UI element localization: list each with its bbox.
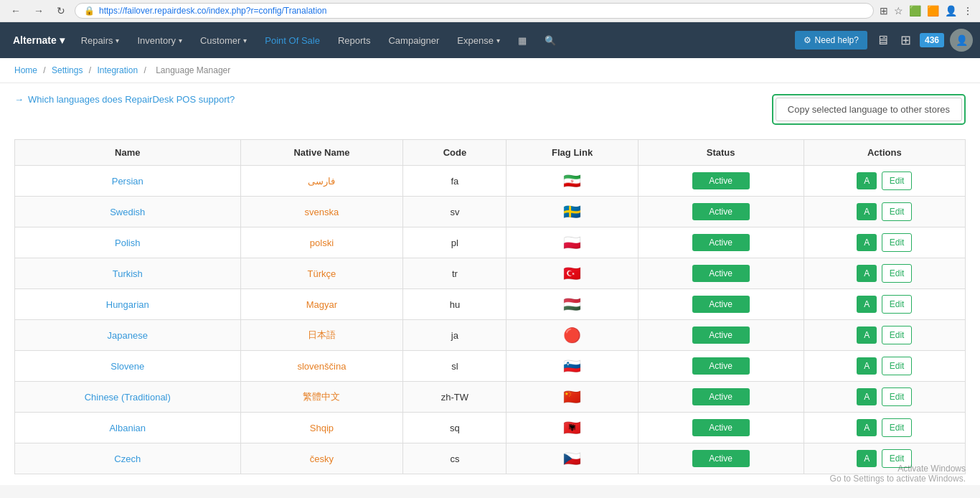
- address-bar[interactable]: 🔒 https://failover.repairdesk.co/index.p…: [75, 3, 874, 19]
- star-icon[interactable]: ☆: [894, 5, 903, 17]
- status-badge-7[interactable]: Active: [692, 388, 750, 405]
- user-avatar[interactable]: 👤: [950, 29, 973, 52]
- native-name-3: Türkçe: [308, 268, 336, 279]
- screen-share-icon[interactable]: ⊞: [880, 5, 888, 17]
- status-badge-6[interactable]: Active: [692, 357, 750, 375]
- cell-actions-5: A Edit: [804, 320, 965, 351]
- cell-name-3: Turkish: [15, 258, 241, 289]
- code-6: sl: [451, 361, 458, 372]
- ext-icon-1[interactable]: 🟩: [909, 5, 921, 17]
- edit-btn-1[interactable]: Edit: [882, 202, 913, 221]
- edit-btn-3[interactable]: Edit: [882, 264, 913, 283]
- breadcrumb-sep-2: /: [89, 65, 94, 75]
- cell-native-2: polski: [240, 227, 403, 258]
- nav-item-inventory[interactable]: Inventory ▾: [130, 22, 189, 58]
- copy-btn-wrapper: Copy selected language to other stores: [772, 94, 966, 125]
- nav-item-pos[interactable]: Point Of Sale: [258, 22, 327, 58]
- lang-name-link-6[interactable]: Slovene: [110, 361, 144, 372]
- edit-btn-2[interactable]: Edit: [882, 233, 913, 252]
- edit-btn-7[interactable]: Edit: [882, 387, 913, 406]
- status-badge-0[interactable]: Active: [692, 172, 750, 189]
- action-a-btn-5[interactable]: A: [857, 326, 877, 344]
- breadcrumb-integration[interactable]: Integration: [97, 65, 138, 75]
- edit-btn-5[interactable]: Edit: [882, 326, 913, 344]
- lang-name-link-4[interactable]: Hungarian: [106, 299, 149, 310]
- forward-button[interactable]: →: [30, 4, 47, 18]
- need-help-button[interactable]: ⚙ Need help?: [795, 31, 867, 50]
- repairs-chevron: ▾: [116, 37, 119, 44]
- action-a-btn-4[interactable]: A: [857, 296, 877, 313]
- cell-flag-1: 🇸🇪: [507, 197, 638, 227]
- nav-brand[interactable]: Alternate ▾: [7, 34, 70, 46]
- reports-label: Reports: [338, 35, 371, 46]
- nav-item-barcode[interactable]: ▦: [511, 22, 534, 58]
- edit-btn-0[interactable]: Edit: [882, 172, 913, 190]
- status-badge-4[interactable]: Active: [692, 296, 750, 313]
- action-a-btn-3[interactable]: A: [857, 265, 877, 282]
- status-badge-1[interactable]: Active: [692, 203, 750, 220]
- lang-name-link-1[interactable]: Swedish: [110, 207, 145, 217]
- code-9: cs: [450, 454, 459, 464]
- table-header: Name Native Name Code Flag Link Status A…: [15, 140, 966, 166]
- nav-item-customer[interactable]: Customer ▾: [193, 22, 254, 58]
- user-icon[interactable]: 👤: [945, 5, 957, 17]
- edit-btn-9[interactable]: Edit: [882, 449, 913, 468]
- status-badge-8[interactable]: Active: [692, 419, 750, 436]
- pos-support-link[interactable]: Which languages does RepairDesk POS supp…: [28, 94, 235, 105]
- edit-btn-8[interactable]: Edit: [882, 418, 913, 437]
- customer-chevron: ▾: [243, 37, 247, 44]
- copy-language-button[interactable]: Copy selected language to other stores: [776, 98, 962, 121]
- cell-status-8: Active: [638, 413, 804, 443]
- cell-native-6: slovenščina: [240, 351, 403, 382]
- notification-badge[interactable]: 436: [920, 33, 944, 47]
- nav-item-search[interactable]: 🔍: [537, 22, 563, 58]
- reload-button[interactable]: ↻: [53, 4, 69, 18]
- action-a-btn-6[interactable]: A: [857, 357, 877, 375]
- action-a-btn-1[interactable]: A: [857, 203, 877, 220]
- lang-name-link-8[interactable]: Albanian: [109, 423, 146, 433]
- action-a-btn-7[interactable]: A: [857, 388, 877, 405]
- browser-bar: ← → ↻ 🔒 https://failover.repairdesk.co/i…: [0, 0, 980, 22]
- edit-btn-4[interactable]: Edit: [882, 295, 913, 314]
- breadcrumb-home[interactable]: Home: [14, 65, 37, 75]
- native-name-7: 繁體中文: [303, 391, 340, 402]
- back-button[interactable]: ←: [7, 4, 24, 18]
- help-icon: ⚙: [804, 35, 811, 45]
- action-a-btn-2[interactable]: A: [857, 234, 877, 251]
- cell-flag-4: 🇭🇺: [507, 289, 638, 320]
- action-a-btn-0[interactable]: A: [857, 172, 877, 189]
- breadcrumb-settings[interactable]: Settings: [52, 65, 83, 75]
- campaigner-label: Campaigner: [388, 35, 439, 46]
- action-a-btn-9[interactable]: A: [857, 450, 877, 467]
- action-a-btn-8[interactable]: A: [857, 419, 877, 436]
- repairs-label: Repairs: [81, 35, 113, 46]
- code-8: sq: [450, 423, 460, 433]
- nav-item-expense[interactable]: Expense ▾: [450, 22, 507, 58]
- status-badge-3[interactable]: Active: [692, 265, 750, 282]
- nav-item-reports[interactable]: Reports: [331, 22, 378, 58]
- ext-icon-2[interactable]: 🟧: [927, 5, 939, 17]
- lang-name-link-3[interactable]: Turkish: [113, 268, 143, 279]
- flag-3: 🇹🇷: [563, 266, 581, 281]
- nav-item-repairs[interactable]: Repairs ▾: [74, 22, 127, 58]
- flag-4: 🇭🇺: [563, 296, 581, 312]
- lang-name-link-0[interactable]: Persian: [112, 176, 143, 187]
- url-text: https://failover.repairdesk.co/index.php…: [99, 6, 326, 16]
- cell-flag-5: 🔴: [507, 320, 638, 351]
- cell-status-5: Active: [638, 320, 804, 351]
- lang-name-link-2[interactable]: Polish: [115, 238, 140, 248]
- edit-btn-6[interactable]: Edit: [882, 357, 913, 375]
- status-badge-5[interactable]: Active: [692, 326, 750, 344]
- lang-name-link-9[interactable]: Czech: [114, 454, 141, 464]
- status-badge-9[interactable]: Active: [692, 450, 750, 467]
- menu-icon[interactable]: ⋮: [963, 5, 973, 17]
- cell-name-9: Czech: [15, 443, 241, 474]
- lang-name-link-7[interactable]: Chinese (Traditional): [85, 392, 171, 403]
- table-body: Persian فارسی fa 🇮🇷 Active A Edit Swedis…: [15, 166, 966, 474]
- lang-name-link-5[interactable]: Japanese: [108, 330, 148, 341]
- grid-icon[interactable]: ⊞: [897, 29, 914, 51]
- status-badge-2[interactable]: Active: [692, 234, 750, 251]
- cell-native-0: فارسی: [240, 166, 403, 197]
- nav-item-campaigner[interactable]: Campaigner: [381, 22, 446, 58]
- monitor-icon[interactable]: 🖥: [873, 30, 892, 51]
